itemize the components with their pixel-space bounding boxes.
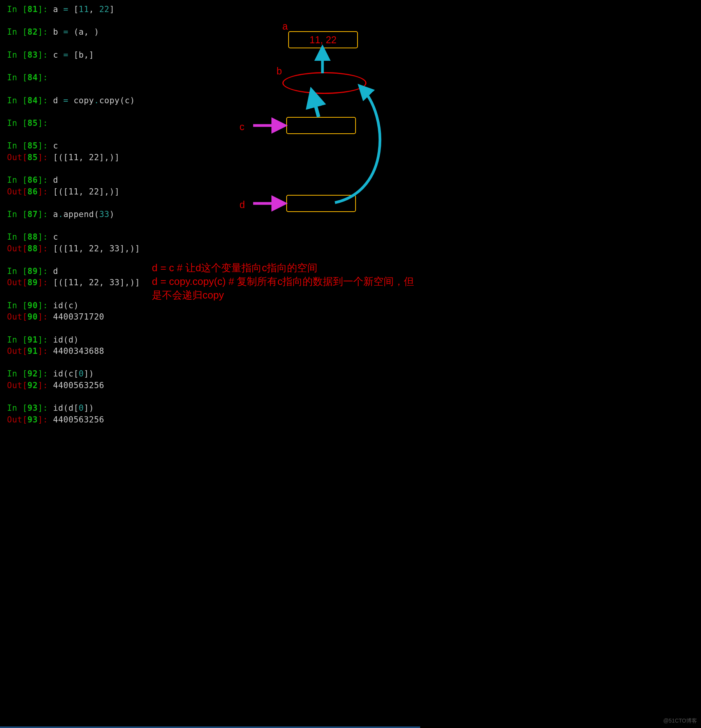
in-cell: In [82]: b = (a, )	[7, 27, 225, 38]
out-cell: Out[93]: 4400563256	[7, 414, 225, 426]
note-line-1: d = c # 让d这个变量指向c指向的空间	[152, 261, 417, 275]
svg-line-1	[312, 94, 319, 117]
watermark: @51CTO博客	[663, 717, 697, 725]
in-cell: In [85]:	[7, 118, 225, 129]
out-cell: Out[85]: [([11, 22],)]	[7, 152, 225, 163]
in-cell: In [84]:	[7, 72, 225, 83]
in-cell: In [85]: c	[7, 140, 225, 152]
in-cell: In [83]: c = [b,]	[7, 49, 225, 61]
note-line-2: d = copy.copy(c) # 复制所有c指向的数据到一个新空间，但是不会…	[152, 275, 417, 302]
out-cell: Out[92]: 4400563256	[7, 380, 225, 391]
in-cell: In [86]: d	[7, 175, 225, 186]
status-bar	[0, 726, 420, 728]
diagram-arrows	[226, 0, 428, 222]
out-cell: Out[88]: [([11, 22, 33],)]	[7, 243, 225, 254]
in-cell: In [87]: a.append(33)	[7, 209, 225, 220]
ipython-terminal[interactable]: In [81]: a = [11, 22]In [82]: b = (a, )I…	[0, 0, 232, 429]
out-cell: Out[90]: 4400371720	[7, 311, 225, 323]
in-cell: In [91]: id(d)	[7, 334, 225, 346]
out-cell: Out[86]: [([11, 22],)]	[7, 186, 225, 198]
in-cell: In [81]: a = [11, 22]	[7, 4, 225, 15]
explain-note: d = c # 让d这个变量指向c指向的空间 d = copy.copy(c) …	[152, 261, 417, 302]
in-cell: In [92]: id(c[0])	[7, 368, 225, 380]
in-cell: In [93]: id(d[0])	[7, 403, 225, 414]
in-cell: In [88]: c	[7, 231, 225, 243]
out-cell: Out[91]: 4400343688	[7, 346, 225, 357]
memory-diagram: a 11, 22 b c d	[226, 0, 428, 222]
in-cell: In [84]: d = copy.copy(c)	[7, 95, 225, 106]
